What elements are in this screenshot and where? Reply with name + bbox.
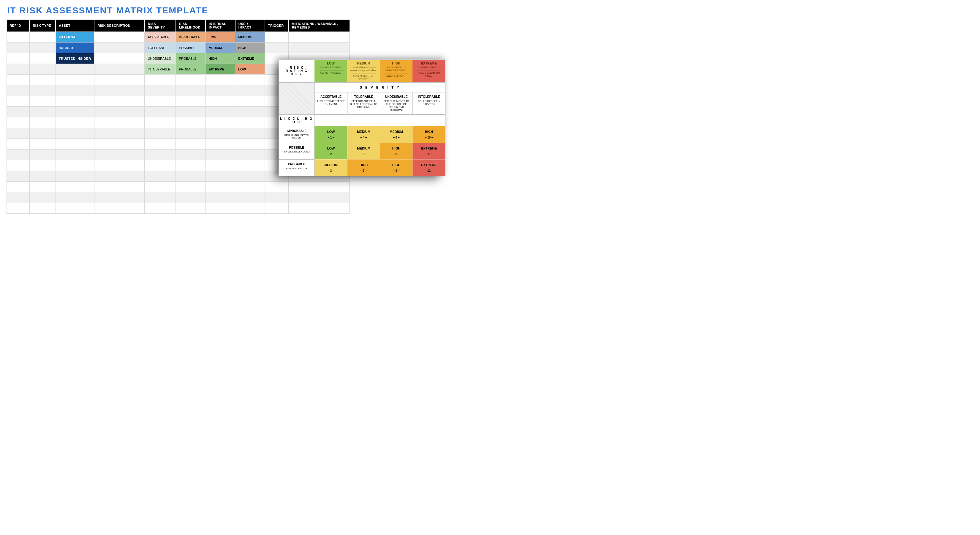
table-cell[interactable] [176,139,205,150]
table-cell[interactable] [94,128,145,139]
table-cell[interactable] [56,117,94,128]
table-cell[interactable] [145,192,176,203]
table-cell[interactable] [56,75,94,85]
table-cell[interactable] [176,171,205,182]
table-cell[interactable] [176,96,205,107]
table-cell[interactable] [29,75,56,85]
table-cell[interactable] [176,128,205,139]
table-cell[interactable] [235,171,265,182]
table-cell[interactable]: UNDESIRABLE [145,53,176,64]
table-cell[interactable] [29,96,56,107]
table-cell[interactable] [56,139,94,150]
table-cell[interactable] [29,128,56,139]
table-cell[interactable] [56,85,94,96]
table-cell[interactable] [176,85,205,96]
table-cell[interactable] [176,160,205,171]
table-cell[interactable] [145,128,176,139]
table-cell[interactable]: HIGH [235,43,265,53]
table-cell[interactable] [265,203,289,214]
table-cell[interactable] [94,171,145,182]
table-cell[interactable] [176,117,205,128]
table-cell[interactable] [7,96,30,107]
table-cell[interactable]: MEDIUM [205,43,235,53]
table-cell[interactable] [235,107,265,117]
table-cell[interactable] [289,43,350,53]
table-cell[interactable] [56,160,94,171]
table-cell[interactable] [94,203,145,214]
table-cell[interactable] [7,128,30,139]
table-cell[interactable] [205,150,235,160]
table-cell[interactable] [205,182,235,192]
table-cell[interactable] [176,107,205,117]
table-cell[interactable] [235,150,265,160]
table-cell[interactable] [29,192,56,203]
table-cell[interactable] [94,43,145,53]
table-cell[interactable] [56,150,94,160]
table-cell[interactable] [205,75,235,85]
table-cell[interactable] [7,117,30,128]
table-cell[interactable]: TRUSTED INSIDER [56,53,94,64]
table-cell[interactable]: INTOLERABLE [145,64,176,75]
table-cell[interactable] [145,150,176,160]
table-cell[interactable] [205,117,235,128]
table-cell[interactable]: TOLERABLE [145,43,176,53]
table-cell[interactable]: INSIDER [56,43,94,53]
table-cell[interactable] [56,171,94,182]
table-cell[interactable] [56,192,94,203]
table-cell[interactable]: LOW [235,64,265,75]
table-cell[interactable]: IMPROBABLE [176,32,205,43]
table-cell[interactable] [205,85,235,96]
table-cell[interactable] [7,43,30,53]
table-cell[interactable] [235,128,265,139]
table-cell[interactable]: HIGH [205,53,235,64]
table-cell[interactable] [7,192,30,203]
table-cell[interactable] [7,150,30,160]
table-cell[interactable]: ACCEPTABLE [145,32,176,43]
table-cell[interactable] [56,64,94,75]
table-cell[interactable] [289,192,350,203]
table-cell[interactable] [29,85,56,96]
table-cell[interactable] [7,32,30,43]
table-cell[interactable] [265,32,289,43]
table-cell[interactable] [176,203,205,214]
table-cell[interactable] [145,107,176,117]
table-cell[interactable] [94,64,145,75]
table-cell[interactable]: EXTERNAL [56,32,94,43]
table-cell[interactable] [205,203,235,214]
table-cell[interactable] [145,85,176,96]
table-cell[interactable] [289,182,350,192]
table-cell[interactable]: MEDIUM [235,32,265,43]
table-cell[interactable] [94,75,145,85]
table-cell[interactable]: POSSIBLE [176,43,205,53]
table-cell[interactable]: PROBABLE [176,53,205,64]
table-cell[interactable] [29,182,56,192]
table-cell[interactable] [176,192,205,203]
table-cell[interactable] [235,117,265,128]
table-cell[interactable] [145,171,176,182]
table-cell[interactable] [205,139,235,150]
table-cell[interactable] [265,192,289,203]
table-cell[interactable] [7,75,30,85]
table-cell[interactable] [7,182,30,192]
table-cell[interactable] [176,182,205,192]
table-cell[interactable] [29,64,56,75]
table-cell[interactable] [265,182,289,192]
table-cell[interactable]: EXTREME [235,53,265,64]
table-cell[interactable] [94,139,145,150]
table-cell[interactable] [7,107,30,117]
table-cell[interactable] [235,192,265,203]
table-cell[interactable] [29,32,56,43]
table-cell[interactable] [145,117,176,128]
table-cell[interactable] [176,150,205,160]
table-cell[interactable] [235,182,265,192]
table-cell[interactable] [56,107,94,117]
table-cell[interactable] [205,96,235,107]
table-cell[interactable]: PROBABLE [176,64,205,75]
table-cell[interactable] [94,192,145,203]
table-cell[interactable] [7,85,30,96]
table-cell[interactable] [7,53,30,64]
table-cell[interactable] [29,117,56,128]
table-cell[interactable] [29,160,56,171]
table-cell[interactable] [145,160,176,171]
table-cell[interactable] [56,128,94,139]
